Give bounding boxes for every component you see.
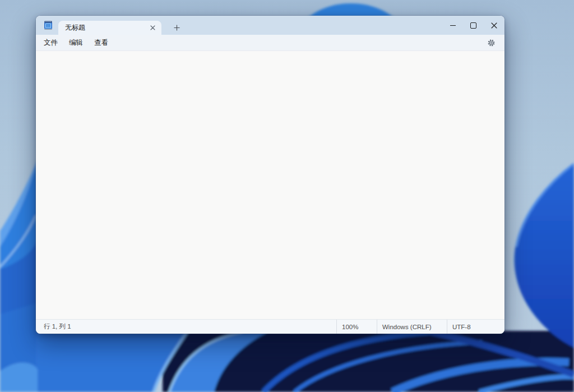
menu-file[interactable]: 文件: [38, 36, 63, 50]
window-caption-buttons: [442, 16, 504, 35]
maximize-icon: [470, 22, 476, 29]
status-encoding: UTF-8: [447, 320, 504, 334]
plus-icon: [174, 25, 180, 31]
tab-untitled[interactable]: 无标题: [58, 21, 161, 35]
menu-edit[interactable]: 编辑: [63, 36, 89, 50]
close-icon: [491, 22, 497, 29]
status-zoom-level: 100%: [336, 320, 377, 334]
titlebar[interactable]: 无标题: [36, 16, 504, 35]
text-editor-area[interactable]: [36, 51, 504, 319]
new-tab-button[interactable]: [169, 21, 184, 35]
menubar: 文件 编辑 查看: [36, 35, 504, 51]
close-icon: [150, 25, 155, 30]
minimize-icon: [450, 25, 456, 26]
tab-title: 无标题: [58, 23, 146, 33]
maximize-button[interactable]: [463, 16, 484, 35]
status-cursor-position: 行 1, 列 1: [36, 320, 336, 334]
tab-close-button[interactable]: [146, 22, 159, 33]
settings-button[interactable]: [483, 36, 499, 49]
statusbar: 行 1, 列 1 100% Windows (CRLF) UTF-8: [36, 319, 504, 334]
desktop-wallpaper: 无标题: [0, 0, 574, 392]
notepad-window: 无标题: [36, 16, 504, 334]
notepad-app-icon: [43, 20, 53, 30]
minimize-button[interactable]: [442, 16, 463, 35]
status-line-ending: Windows (CRLF): [377, 320, 447, 334]
close-button[interactable]: [484, 16, 504, 35]
gear-icon: [487, 39, 496, 47]
menu-view[interactable]: 查看: [89, 36, 114, 50]
